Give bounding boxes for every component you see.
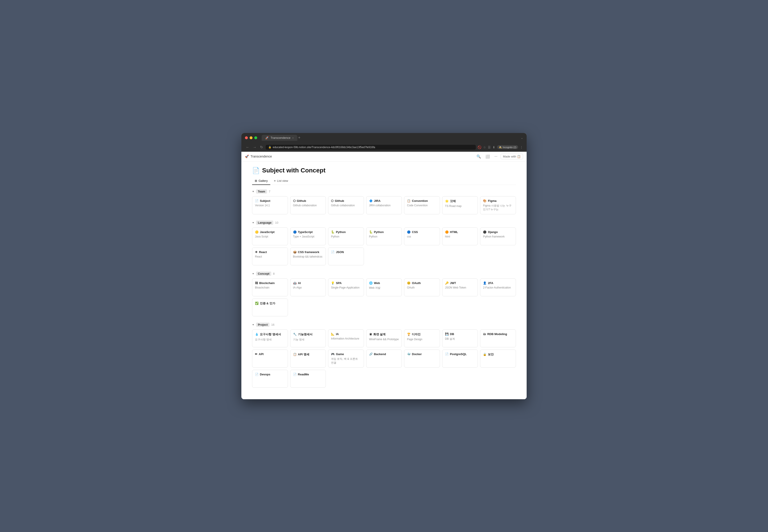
forward-button[interactable]: → <box>252 144 257 150</box>
card-title: ✏ API <box>255 352 285 356</box>
card-concept-1[interactable]: 🤖 AI IA-Algo <box>290 278 326 296</box>
card-project-7[interactable]: ✏ API <box>252 350 288 368</box>
card-team-3[interactable]: 🔷 JIRA JIRA collaboration <box>366 196 402 214</box>
card-concept-6[interactable]: 👤 2FA 2-Factor-Authentication <box>480 278 516 296</box>
card-title: 📐 IA <box>331 332 361 336</box>
card-project-2[interactable]: 📐 IA Information Architecture <box>328 329 364 347</box>
card-title-text: API <box>259 352 264 356</box>
card-title-text: JIRA <box>374 199 380 203</box>
group-toggle-language[interactable]: ▼ <box>252 221 254 224</box>
address-bar[interactable]: 🔒 educated-leopon-59b.notion.site/Transc… <box>266 145 476 150</box>
hide-icon[interactable]: 🚫 <box>478 145 482 149</box>
title-bar: 🚀 Transcendence × + ⌄ <box>241 133 527 143</box>
card-team-2[interactable]: ⬡ Github Github collaboration <box>328 196 364 214</box>
page-content: 📄 Subject with Concept ⊞ Gallery ≡ List … <box>241 162 527 399</box>
card-language-4[interactable]: 🔵 CSS css <box>404 227 440 245</box>
card-team-0[interactable]: 📄 Subject Version 14.1 <box>252 196 288 214</box>
card-concept-7[interactable]: ✅ 인증 & 인가 <box>252 299 288 316</box>
card-title-text: JSON <box>336 250 344 254</box>
card-subtitle: Bloackchain <box>255 286 285 289</box>
card-project-15[interactable]: 📄 ReadMe <box>290 370 326 388</box>
tab-list[interactable]: ≡ List view <box>271 178 290 184</box>
card-project-10[interactable]: 🔗 Backend <box>366 350 402 368</box>
card-concept-2[interactable]: 💡 SPA Single-Page-Application <box>328 278 364 296</box>
card-project-14[interactable]: 📄 Devops <box>252 370 288 388</box>
group-toggle-concept[interactable]: ▼ <box>252 272 254 275</box>
card-icon: 🐳 <box>407 352 411 356</box>
card-project-0[interactable]: 💧 요구사항 명세서 요구사항 명세 <box>252 329 288 347</box>
download-icon[interactable]: ⬇ <box>493 145 495 149</box>
card-title: 📄 PostgreSQL <box>445 352 475 356</box>
card-icon: 📄 <box>255 199 258 203</box>
card-language-6[interactable]: ⚫ Django Python framework <box>480 227 516 245</box>
close-button[interactable] <box>245 136 248 139</box>
card-title: 🏆 디자인 <box>407 332 437 336</box>
card-project-11[interactable]: 🐳 Docker <box>404 350 440 368</box>
card-project-13[interactable]: 🔒 보안 <box>480 350 516 368</box>
card-icon: 📄 <box>445 352 449 356</box>
active-tab[interactable]: 🚀 Transcendence × <box>262 135 297 141</box>
card-icon: ✅ <box>255 302 258 305</box>
card-icon: 💾 <box>445 332 449 336</box>
maximize-button[interactable] <box>254 136 257 139</box>
card-icon: ⛓ <box>255 281 258 285</box>
bookmark-icon[interactable]: ☆ <box>483 145 486 149</box>
card-team-5[interactable]: 🌟 갓제 TS Road map <box>442 196 478 214</box>
card-title: 😊 OAuth <box>407 281 437 285</box>
group-toggle-project[interactable]: ▼ <box>252 323 254 326</box>
card-project-1[interactable]: 🔧 기능명세서 기능 명세 <box>290 329 326 347</box>
card-team-4[interactable]: 📋 Convention Code Convention <box>404 196 440 214</box>
card-concept-5[interactable]: 🔑 JWT JSON Web Token <box>442 278 478 296</box>
new-tab-button[interactable]: + <box>298 135 301 140</box>
minimize-button[interactable] <box>250 136 252 139</box>
card-icon: 🔑 <box>445 281 449 285</box>
card-project-9[interactable]: 🎮 Game 게임 로직, 백 & 프론트 연결 <box>328 350 364 368</box>
card-language-5[interactable]: 🟠 HTML html <box>442 227 478 245</box>
menu-icon[interactable]: ⋮ <box>520 145 523 149</box>
card-title: 🎮 Game <box>331 352 361 356</box>
tab-gallery[interactable]: ⊞ Gallery <box>252 178 270 184</box>
card-subtitle: Python framework <box>483 235 513 238</box>
card-team-6[interactable]: 🎨 Figma Figma 사용법 나는 누구인가? 누구는 <box>480 196 516 214</box>
card-language-9[interactable]: 📄 JSON <box>328 248 364 265</box>
card-title-text: Github <box>335 199 344 203</box>
card-subtitle: DB 설계 <box>445 337 475 341</box>
card-language-8[interactable]: 📦 CSS framework Bootstrap && tailwindcss <box>290 248 326 265</box>
card-concept-0[interactable]: ⛓ Blockchain Bloackchain <box>252 278 288 296</box>
more-button[interactable]: ··· <box>493 153 499 159</box>
card-title-text: CSS <box>412 230 418 234</box>
card-title-text: Convention <box>412 199 428 203</box>
card-icon: 🔒 <box>483 353 487 356</box>
tab-close-button[interactable]: × <box>292 137 293 139</box>
card-title-text: Python <box>374 230 384 234</box>
back-button[interactable]: ← <box>245 144 250 150</box>
card-title: 👤 2FA <box>483 281 513 285</box>
duplicate-button[interactable]: ⬜ <box>484 153 491 160</box>
card-title-text: 2FA <box>488 281 493 285</box>
card-icon: 🎮 <box>331 352 334 356</box>
card-title: 🐍 Python <box>369 230 399 234</box>
card-project-8[interactable]: 📋 API 명세 <box>290 350 326 368</box>
card-subtitle: Page Design <box>407 338 437 341</box>
card-title: 🗂 RDB Modeling <box>483 332 513 336</box>
card-language-0[interactable]: 🟡 JavaScript Java Script <box>252 227 288 245</box>
card-project-3[interactable]: 🖥 화면 설계 WireFrame && Prototype <box>366 329 402 347</box>
card-concept-4[interactable]: 😊 OAuth OAuth <box>404 278 440 296</box>
card-language-3[interactable]: 🐍 Python Python <box>366 227 402 245</box>
card-project-4[interactable]: 🏆 디자인 Page Design <box>404 329 440 347</box>
card-language-1[interactable]: 🔵 TypeScript Type + JavaScript <box>290 227 326 245</box>
reader-icon[interactable]: ☰ <box>488 145 491 149</box>
card-concept-3[interactable]: 🌐 Web Web 개발 <box>366 278 402 296</box>
card-language-7[interactable]: ⚛ React React <box>252 248 288 265</box>
card-icon: 📦 <box>293 250 297 254</box>
card-project-12[interactable]: 📄 PostgreSQL <box>442 350 478 368</box>
card-team-1[interactable]: ⬡ Github Github collaboration <box>290 196 326 214</box>
card-icon: 🗂 <box>483 332 486 336</box>
reload-button[interactable]: ↻ <box>259 144 264 150</box>
card-project-6[interactable]: 🗂 RDB Modeling <box>480 329 516 347</box>
notion-topbar: 🚀 Transcendence 🔍 ⬜ ··· Made with 📋 <box>241 152 527 162</box>
card-project-5[interactable]: 💾 DB DB 설계 <box>442 329 478 347</box>
card-language-2[interactable]: 🐍 Python Python <box>328 227 364 245</box>
search-button[interactable]: 🔍 <box>475 153 482 160</box>
group-toggle-team[interactable]: ▼ <box>252 190 254 193</box>
